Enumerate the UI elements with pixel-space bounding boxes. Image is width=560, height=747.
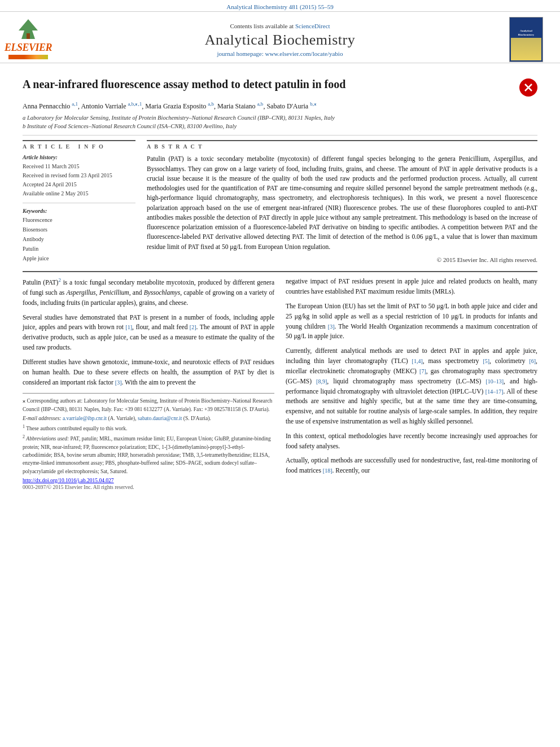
author-esposito: Maria Grazia Esposito a,b (145, 102, 214, 110)
main-content: Patulin (PAT)2 is a toxic fungal seconda… (23, 271, 537, 490)
body-para-5: The European Union (EU) has set the limi… (286, 302, 537, 342)
body-para-1: Patulin (PAT)2 is a toxic fungal seconda… (23, 277, 274, 308)
received-revised-date: Received in revised form 23 April 2015 (23, 171, 135, 180)
article-title: A near-infrared fluorescence assay metho… (23, 77, 514, 91)
journal-header: ELSEVIER Contents lists available at Sci… (0, 11, 560, 63)
sciencedirect-link[interactable]: ScienceDirect (295, 23, 330, 29)
author-varriale: Antonio Varriale a,b,⁎,1 (81, 102, 142, 110)
body-para-8: Actually, optical methods are successful… (286, 456, 537, 476)
elsevier-wordmark: ELSEVIER (5, 42, 52, 54)
available-online-date: Available online 2 May 2015 (23, 189, 135, 198)
page: Analytical Biochemistry 481 (2015) 55–59… (0, 0, 560, 747)
body-right-col: negative impact of PAT residues present … (286, 277, 537, 490)
elsevier-color-bar (8, 55, 48, 59)
authors-line: Anna Pennacchio a,1, Antonio Varriale a,… (23, 101, 537, 111)
received-date: Received 11 March 2015 (23, 162, 135, 171)
affiliations: a Laboratory for Molecular Sensing, Inst… (23, 114, 537, 130)
abstract-header: A B S T R A C T (147, 140, 537, 150)
issn-line: 0003-2697/© 2015 Elsevier Inc. All right… (23, 484, 274, 490)
keyword-fluorescence: Fluorescence (23, 215, 135, 225)
body-two-col: Patulin (PAT)2 is a toxic fungal seconda… (23, 277, 537, 490)
footnotes-area: ⁎ Corresponding authors at: Laboratory f… (23, 393, 274, 490)
email-varriale[interactable]: a.varriale@ibp.cnr.it (63, 416, 107, 421)
doi-anchor[interactable]: http://dx.doi.org/10.1016/j.ab.2015.04.0… (23, 478, 114, 483)
article-title-row: A near-infrared fluorescence assay metho… (23, 77, 537, 97)
keyword-antibody: Antibody (23, 234, 135, 244)
svg-rect-2 (27, 33, 30, 39)
body-para-6: Currently, different analytical methods … (286, 346, 537, 427)
keyword-biosensors: Biosensors (23, 225, 135, 234)
journal-cover-thumbnail: AnalyticalBiochemistry (509, 17, 543, 62)
journal-citation-bar: Analytical Biochemistry 481 (2015) 55–59 (0, 0, 560, 11)
copyright: © 2015 Elsevier Inc. All rights reserved… (147, 256, 537, 263)
article-info-col: A R T I C L E I N F O Article history: R… (23, 140, 135, 263)
article-info-header: A R T I C L E I N F O (23, 140, 135, 150)
homepage-link[interactable]: journal homepage: www.elsevier.com/locat… (217, 50, 343, 57)
accepted-date: Accepted 24 April 2015 (23, 180, 135, 189)
info-divider (23, 203, 135, 203)
cover-blue-band (510, 18, 542, 28)
footnote-equal-contrib: 1 These authors contributed equally to t… (23, 423, 274, 433)
contents-text: Contents lists available at (230, 23, 294, 29)
author-staiano: Maria Staiano a,b (217, 102, 263, 110)
journal-citation: Analytical Biochemistry 481 (2015) 55–59 (226, 3, 333, 10)
crossmark-badge (519, 78, 537, 97)
doi-link[interactable]: http://dx.doi.org/10.1016/j.ab.2015.04.0… (23, 478, 274, 483)
journal-title: Analytical Biochemistry (51, 32, 509, 49)
info-abstract-section: A R T I C L E I N F O Article history: R… (23, 140, 537, 263)
affiliation-a: a Laboratory for Molecular Sensing, Inst… (23, 114, 537, 123)
article-body: A near-infrared fluorescence assay metho… (0, 63, 560, 501)
section-divider (23, 135, 537, 136)
journal-header-center: Contents lists available at ScienceDirec… (51, 23, 509, 57)
body-left-col: Patulin (PAT)2 is a toxic fungal seconda… (23, 277, 274, 490)
abstract-text: Patulin (PAT) is a toxic secondary metab… (147, 154, 537, 252)
affiliation-b: b Institute of Food Sciences–National Re… (23, 123, 537, 131)
keyword-applejuice: Apple juice (23, 254, 135, 263)
keywords-list: Fluorescence Biosensors Antibody Patulin… (23, 215, 135, 263)
abstract-col: A B S T R A C T Patulin (PAT) is a toxic… (147, 140, 537, 263)
keywords-label: Keywords: (23, 208, 135, 214)
footnote-abbreviations: 2 Abbreviations used: PAT, patulin; MRL,… (23, 434, 274, 475)
journal-homepage: journal homepage: www.elsevier.com/locat… (51, 50, 509, 57)
keyword-patulin: Patulin (23, 244, 135, 254)
author-pennacchio: Anna Pennacchio a,1 (23, 102, 78, 110)
contents-available-line: Contents lists available at ScienceDirec… (51, 23, 509, 29)
article-dates: Received 11 March 2015 Received in revis… (23, 162, 135, 198)
author-dauria: Sabato D'Auria b,⁎ (266, 102, 317, 110)
email-dauria[interactable]: sabato.dauria@cnr.it (138, 416, 182, 421)
footnote-email: E-mail addresses: a.varriale@ibp.cnr.it … (23, 414, 274, 422)
body-para-7: In this context, optical methodologies h… (286, 431, 537, 452)
body-para-2: Several studies have demonstrated that P… (23, 313, 274, 353)
footnote-corresponding: ⁎ Corresponding authors at: Laboratory f… (23, 397, 274, 413)
elsevier-logo: ELSEVIER (6, 16, 51, 63)
body-para-3: Different studies have shown genotoxic, … (23, 357, 274, 387)
body-para-4: negative impact of PAT residues present … (286, 277, 537, 297)
article-history-label: Article history: (23, 154, 135, 160)
